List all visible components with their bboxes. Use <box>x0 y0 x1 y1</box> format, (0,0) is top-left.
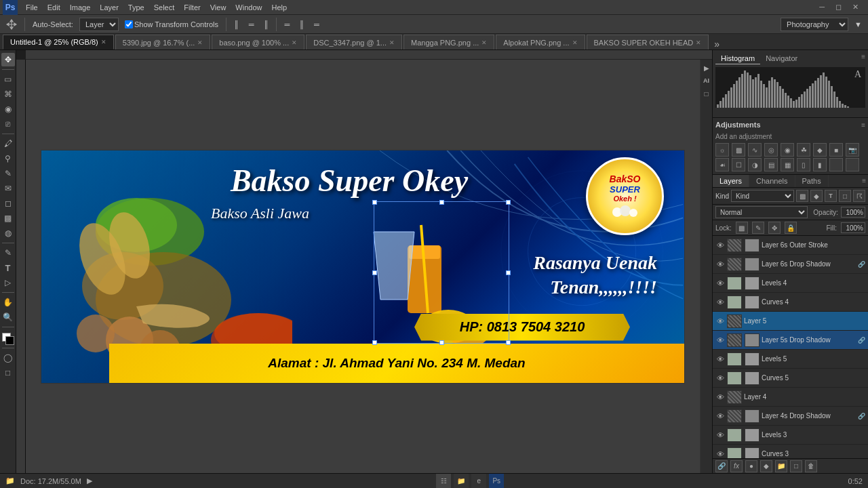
adj-levels[interactable]: ▩ <box>732 143 745 157</box>
fill-input[interactable] <box>841 222 865 233</box>
play-btn[interactable]: ▶ <box>87 476 92 485</box>
layer-eye-1[interactable]: 👁 <box>715 260 725 269</box>
color-swatch[interactable] <box>2 333 14 345</box>
taskbar-ie[interactable]: e <box>471 474 486 489</box>
clone-btn[interactable]: ✉ <box>1 182 15 195</box>
tab-mangga[interactable]: Mangga PNG.png ... ✕ <box>403 35 494 49</box>
layer-link-5[interactable]: 🔗 <box>858 337 865 344</box>
close-tab-alpokat[interactable]: ✕ <box>572 39 578 46</box>
menu-filter[interactable]: Filter <box>180 2 204 13</box>
brush-btn[interactable]: ✎ <box>1 167 15 180</box>
minimize-btn[interactable]: ─ <box>815 1 829 13</box>
layer-eye-4[interactable]: 👁 <box>715 317 725 326</box>
pen-tool-btn[interactable]: ✎ <box>1 246 15 260</box>
tab-5390[interactable]: 5390.jpg @ 16.7% (... ✕ <box>115 35 211 49</box>
layer-item-9[interactable]: 👁 Layer 4s Drop Shadow 🔗 <box>713 407 868 426</box>
hand-tool-btn[interactable]: ✋ <box>1 296 15 309</box>
layer-item-8[interactable]: 👁 Layer 4 <box>713 388 868 407</box>
panel-options[interactable]: ≡ <box>861 53 865 64</box>
layer-item-4[interactable]: 👁 Layer 5 <box>713 312 868 331</box>
transform-check[interactable] <box>125 20 133 28</box>
adj-brightness[interactable]: ☼ <box>715 143 729 157</box>
menu-type[interactable]: Type <box>124 2 149 13</box>
close-tab-5390[interactable]: ✕ <box>197 39 203 46</box>
align-left[interactable]: ║ <box>231 18 243 30</box>
layer-eye-3[interactable]: 👁 <box>715 298 725 307</box>
menu-image[interactable]: Image <box>66 2 95 13</box>
auto-select-dropdown[interactable]: Layer <box>79 18 119 31</box>
close-tab-bakso[interactable]: ✕ <box>696 39 701 46</box>
tab-baso[interactable]: baso.png @ 100% ... ✕ <box>212 35 304 49</box>
layer-item-1[interactable]: 👁 Layer 6s Drop Shadow 🔗 <box>713 255 868 274</box>
layer-eye-8[interactable]: 👁 <box>715 392 725 402</box>
layer-eye-2[interactable]: 👁 <box>715 279 725 288</box>
lasso-tool-btn[interactable]: ⌘ <box>1 87 15 101</box>
win-start[interactable]: ☷ <box>436 474 451 489</box>
zoom-tool-btn[interactable]: 🔍 <box>1 310 15 324</box>
close-tab-untitled[interactable]: ✕ <box>101 39 106 45</box>
layer-item-11[interactable]: 👁 Curves 3 <box>713 445 868 458</box>
layer-adj-btn[interactable]: ◆ <box>760 460 772 472</box>
opacity-input[interactable] <box>841 207 865 218</box>
menu-select[interactable]: Select <box>150 2 179 13</box>
eraser-btn[interactable]: ◻ <box>1 197 15 210</box>
adj-color-lookup[interactable]: ☐ <box>732 158 745 171</box>
filter-shape[interactable]: □ <box>839 190 851 202</box>
adj-vibrance[interactable]: ◉ <box>781 143 794 157</box>
menu-edit[interactable]: Edit <box>43 2 64 13</box>
close-tab-dsc[interactable]: ✕ <box>389 39 395 46</box>
menu-window[interactable]: Window <box>231 2 266 13</box>
tab-navigator[interactable]: Navigator <box>760 53 803 64</box>
layer-eye-11[interactable]: 👁 <box>715 449 725 459</box>
layer-item-0[interactable]: 👁 Layer 6s Outer Stroke <box>713 236 868 255</box>
layer-eye-5[interactable]: 👁 <box>715 336 725 345</box>
tab-untitled[interactable]: Untitled-1 @ 25% (RGB/8) ✕ <box>3 35 114 49</box>
tab-bakso[interactable]: BAKSO SUPER OKEH HEAD ✕ <box>587 35 709 49</box>
layer-eye-7[interactable]: 👁 <box>715 373 725 383</box>
align-bottom[interactable]: ═ <box>311 18 323 30</box>
adj-exposure[interactable]: ◎ <box>764 143 778 157</box>
quick-mask-btn[interactable]: ◯ <box>1 351 15 365</box>
layer-mask-btn[interactable]: ● <box>745 460 757 472</box>
layer-item-7[interactable]: 👁 Curves 5 <box>713 369 868 388</box>
kind-select[interactable]: Kind <box>731 190 794 202</box>
lock-transparent[interactable]: ▩ <box>736 222 748 234</box>
adj-curves[interactable]: ∿ <box>748 143 762 157</box>
lock-all[interactable]: 🔒 <box>785 222 797 234</box>
tab-dsc[interactable]: DSC_3347.png @ 1... ✕ <box>306 35 402 49</box>
marquee-tool-btn[interactable]: ▭ <box>1 73 15 86</box>
menu-layer[interactable]: Layer <box>96 2 123 13</box>
adj-posterize[interactable]: ▤ <box>764 158 778 171</box>
workspace-search[interactable]: ▼ <box>851 18 865 30</box>
adj-bw[interactable]: ■ <box>829 143 843 157</box>
layer-link-1[interactable]: 🔗 <box>858 261 865 268</box>
layer-group-btn[interactable]: 📁 <box>775 460 787 472</box>
layer-item-5[interactable]: 👁 Layer 5s Drop Shadow 🔗 <box>713 331 868 350</box>
healing-btn[interactable]: ⚲ <box>1 152 15 165</box>
restore-btn[interactable]: ◻ <box>831 1 846 13</box>
adj-invert[interactable]: ◑ <box>748 158 762 171</box>
layers-options[interactable]: ≡ <box>860 175 868 187</box>
align-center-v[interactable]: ═ <box>245 18 258 30</box>
close-tab-mangga[interactable]: ✕ <box>481 39 487 46</box>
quick-select-btn[interactable]: ◉ <box>1 102 15 116</box>
align-right[interactable]: ║ <box>260 18 273 30</box>
layer-link-btn[interactable]: 🔗 <box>715 460 728 472</box>
taskbar-ps[interactable]: Ps <box>489 474 504 489</box>
adj-selective-color[interactable]: ▮ <box>813 158 827 171</box>
filter-pixel[interactable]: ▩ <box>796 190 808 202</box>
layer-new-btn[interactable]: □ <box>790 460 802 472</box>
adj-gradient-map[interactable]: ▯ <box>797 158 810 171</box>
adj-hsl[interactable]: ☘ <box>797 143 810 157</box>
move-tool-btn[interactable]: ✥ <box>1 53 15 66</box>
layer-delete-btn[interactable]: 🗑 <box>805 460 817 472</box>
gradient-btn[interactable]: ▩ <box>1 211 15 225</box>
tab-paths[interactable]: Paths <box>795 175 829 187</box>
path-tool-btn[interactable]: ▷ <box>1 276 15 289</box>
adj-channel-mixer[interactable]: ☙ <box>715 158 729 171</box>
canvas-area[interactable]: Bakso Super Okey Bakso Asli Jawa Rasanya… <box>26 60 700 473</box>
tab-histogram[interactable]: Histogram <box>715 53 760 64</box>
tab-alpokat[interactable]: Alpokat PNG.png ... ✕ <box>496 35 585 49</box>
layer-eye-6[interactable]: 👁 <box>715 354 725 364</box>
adjustments-options[interactable]: ≡ <box>861 121 865 129</box>
